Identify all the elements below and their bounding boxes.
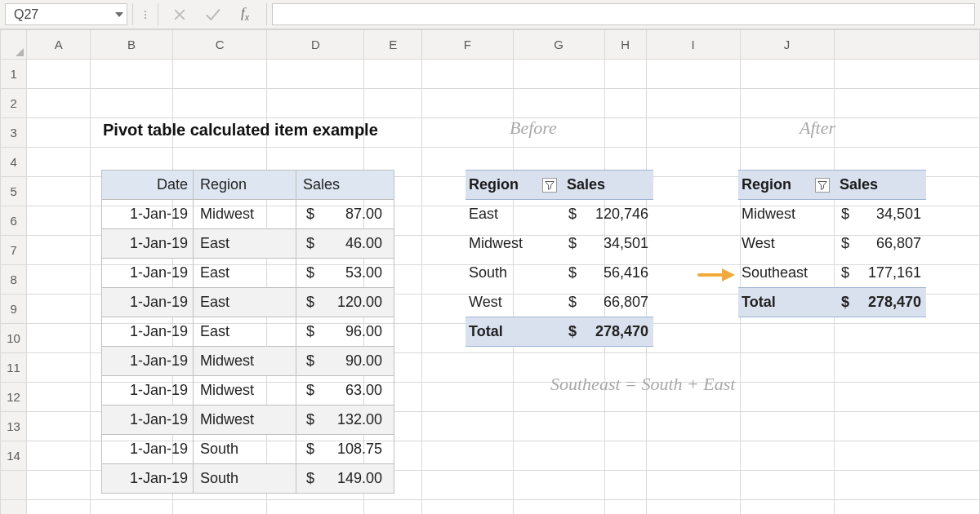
pivot-row[interactable]: Southeast$177,161 — [738, 259, 926, 288]
cell[interactable] — [834, 383, 979, 412]
cell-date[interactable]: 1-Jan-19 — [102, 229, 194, 259]
cell-date[interactable]: 1-Jan-19 — [102, 347, 194, 376]
worksheet-grid[interactable]: ABCDEFGHIJ1234567891011121314 Pivot tabl… — [0, 29, 980, 514]
column-header-region[interactable]: Region — [194, 171, 296, 200]
cell-date[interactable]: 1-Jan-19 — [102, 317, 194, 347]
cell-sales[interactable]: $120.00 — [296, 288, 394, 317]
cancel-formula-button[interactable] — [163, 0, 196, 29]
cell[interactable] — [364, 60, 422, 89]
column-header[interactable]: A — [27, 30, 91, 60]
cell[interactable] — [604, 500, 646, 515]
cell[interactable] — [27, 412, 91, 441]
pivot-row-label[interactable]: South — [466, 259, 562, 288]
pivot-row-label[interactable]: East — [466, 200, 562, 229]
cell[interactable] — [513, 60, 604, 89]
cell-region[interactable]: South — [194, 464, 296, 494]
cell[interactable] — [513, 89, 604, 118]
table-row[interactable]: 1-Jan-19East$120.00 — [102, 288, 394, 317]
cell[interactable] — [834, 441, 979, 471]
pivot-total-label[interactable]: Total — [466, 317, 562, 347]
column-header[interactable]: G — [513, 30, 604, 60]
cell-date[interactable]: 1-Jan-19 — [102, 464, 194, 494]
pivot-table-before[interactable]: RegionSalesEast$120,746Midwest$34,501Sou… — [466, 170, 653, 347]
cell[interactable] — [364, 89, 422, 118]
pivot-row[interactable]: East$120,746 — [466, 200, 653, 229]
cell[interactable] — [604, 471, 646, 500]
row-header[interactable]: 3 — [1, 118, 27, 148]
cell-date[interactable]: 1-Jan-19 — [102, 435, 194, 464]
cell[interactable] — [740, 324, 834, 353]
cell[interactable] — [646, 324, 740, 353]
cell[interactable] — [513, 412, 604, 441]
pivot-row-label[interactable]: West — [466, 288, 562, 317]
row-header[interactable]: 5 — [1, 177, 27, 206]
cell-sales[interactable]: $108.75 — [296, 435, 394, 464]
cell[interactable] — [422, 89, 514, 118]
row-header[interactable]: 7 — [1, 236, 27, 265]
row-header[interactable] — [1, 500, 27, 515]
cell[interactable] — [834, 118, 979, 148]
table-row[interactable]: 1-Jan-19Midwest$90.00 — [102, 347, 394, 376]
row-header[interactable]: 6 — [1, 206, 27, 236]
cell[interactable] — [740, 89, 834, 118]
pivot-header-sales[interactable]: Sales — [562, 171, 653, 200]
cell[interactable] — [91, 60, 173, 89]
cell-date[interactable]: 1-Jan-19 — [102, 288, 194, 317]
pivot-table-after[interactable]: RegionSalesMidwest$34,501West$66,807Sout… — [738, 170, 926, 317]
column-header[interactable]: F — [422, 30, 514, 60]
pivot-header-region[interactable]: Region — [738, 171, 835, 200]
cell-sales[interactable]: $87.00 — [296, 200, 394, 229]
cell[interactable] — [267, 500, 364, 515]
cell[interactable] — [422, 471, 514, 500]
cell[interactable] — [27, 295, 91, 324]
pivot-row[interactable]: Midwest$34,501 — [738, 200, 926, 229]
pivot-row-value[interactable]: $66,807 — [562, 288, 653, 317]
pivot-row-value[interactable]: $120,746 — [562, 200, 653, 229]
cell-sales[interactable]: $46.00 — [296, 229, 394, 259]
cell[interactable] — [834, 471, 979, 500]
cell-date[interactable]: 1-Jan-19 — [102, 376, 194, 405]
cell[interactable] — [27, 441, 91, 471]
cell[interactable] — [267, 60, 364, 89]
table-row[interactable]: 1-Jan-19East$96.00 — [102, 317, 394, 347]
column-header[interactable] — [834, 30, 979, 60]
cell[interactable] — [646, 412, 740, 441]
filter-icon[interactable] — [815, 178, 830, 193]
cell[interactable] — [740, 471, 834, 500]
row-header[interactable] — [1, 471, 27, 500]
table-row[interactable]: 1-Jan-19South$108.75 — [102, 435, 394, 464]
pivot-row-label[interactable]: West — [738, 229, 835, 259]
cell[interactable] — [834, 89, 979, 118]
cell[interactable] — [422, 412, 514, 441]
cell[interactable] — [27, 148, 91, 177]
cell[interactable] — [173, 500, 267, 515]
cell[interactable] — [646, 441, 740, 471]
cell[interactable] — [422, 383, 514, 412]
cell[interactable] — [834, 60, 979, 89]
cell[interactable] — [422, 353, 514, 383]
cell[interactable] — [27, 383, 91, 412]
source-data-table[interactable]: DateRegionSales1-Jan-19Midwest$87.001-Ja… — [101, 170, 394, 494]
cell[interactable] — [27, 353, 91, 383]
cell[interactable] — [27, 471, 91, 500]
column-header[interactable]: B — [91, 30, 173, 60]
cell[interactable] — [740, 383, 834, 412]
cell-sales[interactable]: $63.00 — [296, 376, 394, 405]
row-header[interactable]: 11 — [1, 353, 27, 383]
cell[interactable] — [27, 177, 91, 206]
pivot-row-label[interactable]: Southeast — [738, 259, 835, 288]
column-header-sales[interactable]: Sales — [296, 171, 394, 200]
pivot-row-label[interactable]: Midwest — [466, 229, 562, 259]
row-header[interactable]: 12 — [1, 383, 27, 412]
cell[interactable] — [173, 89, 267, 118]
table-row[interactable]: 1-Jan-19Midwest$132.00 — [102, 405, 394, 435]
cell[interactable] — [91, 89, 173, 118]
column-header[interactable]: I — [646, 30, 740, 60]
cell[interactable] — [27, 265, 91, 295]
pivot-row[interactable]: West$66,807 — [466, 288, 653, 317]
cell-region[interactable]: East — [194, 317, 296, 347]
name-box[interactable]: Q27 — [5, 3, 127, 25]
cell-date[interactable]: 1-Jan-19 — [102, 405, 194, 435]
cell-region[interactable]: Midwest — [194, 376, 296, 405]
pivot-header-region[interactable]: Region — [466, 171, 562, 200]
